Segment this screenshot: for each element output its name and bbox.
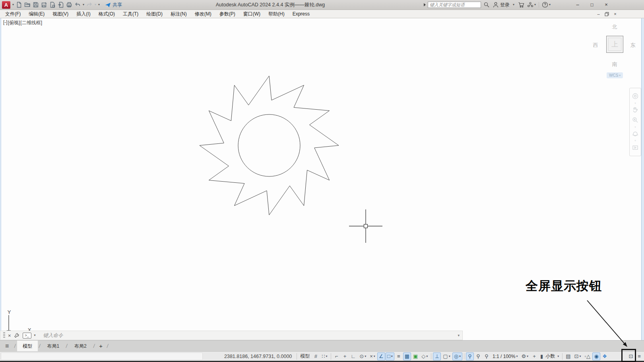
undo-caret-icon[interactable]: ▾: [83, 3, 84, 6]
model-space-toggle[interactable]: 模型: [299, 352, 311, 360]
plot-icon[interactable]: [66, 2, 72, 8]
qat-customize-icon[interactable]: ▾: [98, 3, 100, 6]
menu-item[interactable]: 插入(I): [72, 10, 94, 18]
annotation-autoscale-toggle[interactable]: ⚲: [474, 352, 482, 360]
menu-item[interactable]: Express: [289, 10, 314, 18]
orbit-icon[interactable]: [632, 130, 639, 137]
layout-menu-icon[interactable]: ≡: [5, 343, 9, 350]
annotation-monitor-toggle[interactable]: +: [530, 352, 538, 360]
polar-tracking-toggle[interactable]: ⊙▾: [358, 352, 368, 360]
command-close-icon[interactable]: ×: [8, 333, 11, 338]
save-icon[interactable]: [33, 2, 39, 8]
redo-icon[interactable]: [86, 2, 93, 8]
customize-wrench-icon[interactable]: [14, 333, 20, 339]
menu-item[interactable]: 标注(N): [167, 10, 191, 18]
menu-item[interactable]: 视图(V): [48, 10, 72, 18]
object-snap-tracking-toggle[interactable]: ∠: [377, 352, 385, 360]
hardware-acceleration-toggle[interactable]: ◉: [592, 352, 600, 360]
ortho-mode-toggle[interactable]: ∟: [349, 352, 358, 360]
menu-item[interactable]: 编辑(E): [25, 10, 48, 18]
workspace-switching[interactable]: ⚙▾: [520, 352, 530, 360]
3d-object-snap-toggle[interactable]: ◇▾: [420, 352, 429, 360]
menu-item[interactable]: 工具(T): [119, 10, 142, 18]
command-line-grip[interactable]: [3, 332, 5, 339]
orbit-caret-icon[interactable]: ▾: [634, 140, 636, 141]
open-from-web-icon[interactable]: [49, 2, 56, 8]
menu-item[interactable]: 帮助(H): [264, 10, 289, 18]
undo-icon[interactable]: [74, 2, 81, 8]
recent-commands-caret-icon[interactable]: ▾: [34, 334, 36, 337]
object-snap-toggle[interactable]: □▾: [386, 352, 394, 360]
layout-tab[interactable]: 布局1: [42, 341, 65, 352]
dynamic-ucs-toggle[interactable]: ⊥: [433, 352, 441, 360]
annotation-brightness-toggle[interactable]: ⚲: [483, 352, 491, 360]
show-motion-icon[interactable]: [632, 144, 639, 151]
app-logo-icon[interactable]: A: [2, 1, 10, 9]
redo-caret-icon[interactable]: ▾: [95, 3, 96, 6]
gizmo-toggle[interactable]: ◎▾: [452, 352, 462, 360]
help-icon[interactable]: [542, 2, 548, 8]
ratchet-bore-circle[interactable]: [238, 114, 300, 176]
viewcube-south[interactable]: 南: [611, 61, 618, 68]
viewcube-north[interactable]: 北: [611, 23, 618, 31]
customization-menu[interactable]: ≡: [635, 352, 643, 360]
coordinates-readout[interactable]: 2381.8186, 1467.9731, 0.0000: [221, 354, 295, 359]
doc-close-button[interactable]: ×: [611, 10, 619, 18]
cart-icon[interactable]: [518, 2, 524, 8]
command-expand-caret-icon[interactable]: ▾: [458, 333, 460, 337]
open-file-icon[interactable]: [24, 2, 31, 8]
user-icon[interactable]: [493, 2, 499, 8]
quick-properties-toggle[interactable]: ▤: [564, 352, 572, 360]
close-button[interactable]: ×: [599, 0, 613, 10]
navigation-wheel-icon[interactable]: [632, 93, 639, 100]
minimize-button[interactable]: –: [570, 0, 585, 10]
grid-display-toggle[interactable]: #: [312, 352, 320, 360]
infer-constraints-toggle[interactable]: ⌐: [333, 352, 341, 360]
new-layout-button[interactable]: +: [96, 343, 106, 349]
collaborate-caret-icon[interactable]: ▾: [534, 3, 536, 6]
viewcube-east[interactable]: 东: [630, 42, 636, 49]
command-line[interactable]: × >_ ▾ 键入命令 ▾: [0, 331, 463, 340]
wcs-dropdown[interactable]: WCS ▾: [607, 72, 623, 78]
transparency-toggle[interactable]: ▦: [403, 352, 411, 360]
search-expand-icon[interactable]: [424, 3, 426, 6]
command-input[interactable]: 键入命令: [43, 332, 63, 339]
snap-mode-toggle[interactable]: ∷▾: [320, 352, 329, 360]
new-file-icon[interactable]: [16, 2, 22, 8]
import-sheet-icon[interactable]: [58, 2, 64, 8]
viewcube-top-face[interactable]: 上: [606, 36, 623, 53]
graphics-performance[interactable]: ❖: [601, 352, 609, 360]
sign-in-button[interactable]: 登录: [500, 2, 510, 8]
search-icon[interactable]: [483, 2, 490, 8]
isolate-objects-toggle[interactable]: ◦△: [583, 352, 592, 360]
help-caret-icon[interactable]: ▾: [549, 3, 551, 6]
menu-item[interactable]: 文件(F): [1, 10, 25, 18]
ratchet-wheel-outline[interactable]: [200, 76, 339, 215]
pan-icon[interactable]: [632, 106, 639, 114]
units[interactable]: ▮小数▾: [539, 352, 561, 360]
maximize-button[interactable]: □: [585, 0, 599, 10]
menu-item[interactable]: 窗口(W): [239, 10, 264, 18]
search-input[interactable]: [428, 2, 481, 8]
navigation-wheel-caret-icon[interactable]: ▾: [634, 103, 636, 104]
annotation-visibility-toggle[interactable]: ⚲: [466, 352, 474, 360]
layout-tab[interactable]: 布局2: [69, 341, 92, 352]
doc-restore-button[interactable]: [603, 12, 611, 16]
lock-ui[interactable]: ⊡▾: [573, 352, 583, 360]
share-button[interactable]: 共享: [105, 2, 122, 8]
menu-item[interactable]: 参数(P): [215, 10, 239, 18]
signin-caret-icon[interactable]: ▾: [513, 3, 514, 6]
menu-item[interactable]: 格式(O): [95, 10, 119, 18]
lineweight-toggle[interactable]: ≡: [395, 352, 403, 360]
save-as-icon[interactable]: [41, 2, 47, 8]
menu-item[interactable]: 修改(M): [191, 10, 215, 18]
layout-tab[interactable]: 模型: [17, 341, 38, 352]
isometric-drafting-toggle[interactable]: ×▾: [368, 352, 377, 360]
zoom-caret-icon[interactable]: ▾: [634, 127, 636, 128]
menu-item[interactable]: 绘图(D): [142, 10, 167, 18]
selection-filtering-toggle[interactable]: ▢▾: [441, 352, 452, 360]
app-menu-caret-icon[interactable]: ▾: [12, 3, 14, 6]
zoom-icon[interactable]: [632, 116, 639, 124]
recent-commands-icon[interactable]: >_: [23, 333, 31, 339]
selection-cycling-toggle[interactable]: ▣: [411, 352, 419, 360]
